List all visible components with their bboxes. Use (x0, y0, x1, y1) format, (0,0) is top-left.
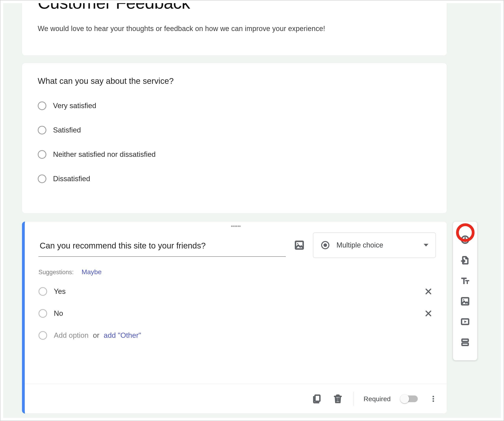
svg-point-8 (463, 299, 464, 300)
add-image-button[interactable] (459, 295, 471, 307)
add-option-button[interactable]: Add option (54, 331, 89, 339)
trash-icon (333, 394, 343, 404)
image-icon (294, 240, 305, 250)
add-video-button[interactable] (459, 316, 471, 328)
option-label: Very satisfied (53, 102, 96, 110)
add-title-button[interactable] (459, 275, 471, 287)
floating-toolbar (453, 222, 477, 360)
option-label: Satisfied (53, 126, 81, 134)
or-separator: or (93, 331, 99, 339)
option-row: Very satisfied (38, 101, 431, 110)
text-icon (460, 276, 470, 285)
radio-icon (38, 331, 47, 340)
radio-icon (38, 126, 46, 134)
option-row: No (38, 309, 436, 318)
image-icon (460, 296, 470, 306)
option-row: Yes (38, 287, 436, 296)
divider (353, 392, 354, 406)
svg-point-5 (432, 400, 434, 402)
add-section-button[interactable] (459, 336, 471, 348)
toggle-knob (400, 394, 409, 403)
question-title: What can you say about the service? (38, 76, 431, 86)
required-toggle[interactable] (401, 396, 418, 402)
close-icon (425, 309, 432, 317)
question-title-text: Can you recommend this site to your frie… (40, 241, 286, 250)
question-title-input[interactable]: Can you recommend this site to your frie… (38, 234, 286, 257)
add-other-button[interactable]: add "Other" (104, 331, 141, 339)
required-label: Required (364, 395, 391, 403)
radio-filled-icon (321, 241, 329, 249)
form-title[interactable]: Customer Feedback (38, 3, 431, 12)
question-card-1[interactable]: What can you say about the service? Very… (22, 63, 447, 213)
plus-circle-icon (460, 235, 470, 244)
suggestions-label: Suggestions: (38, 269, 74, 276)
section-icon (460, 338, 470, 347)
radio-icon (38, 150, 46, 159)
more-vertical-icon (429, 395, 437, 403)
more-options-button[interactable] (428, 393, 439, 404)
question-card-2-active[interactable]: Can you recommend this site to your frie… (22, 222, 447, 414)
duplicate-question-button[interactable] (311, 393, 322, 404)
import-questions-button[interactable] (459, 254, 471, 266)
radio-icon (38, 101, 46, 110)
option-label: Dissatisfied (53, 175, 90, 183)
radio-icon (38, 287, 47, 296)
chevron-down-icon (424, 244, 428, 247)
screenshot-frame: Customer Feedback We would love to hear … (0, 0, 504, 421)
option-label: Neither satisfied nor dissatisfied (53, 150, 156, 159)
form-canvas: Customer Feedback We would love to hear … (3, 3, 501, 418)
option-input[interactable]: No (54, 309, 417, 318)
import-file-icon (460, 255, 470, 265)
drag-handle-icon[interactable] (231, 225, 241, 227)
option-row: Neither satisfied nor dissatisfied (38, 150, 431, 159)
suggestion-chip[interactable]: Maybe (82, 268, 102, 276)
option-row: Dissatisfied (38, 174, 431, 183)
svg-rect-2 (315, 395, 320, 401)
question-footer: Required (25, 384, 447, 414)
delete-question-button[interactable] (332, 393, 343, 404)
svg-rect-11 (462, 343, 468, 345)
question-type-dropdown[interactable]: Multiple choice (313, 232, 436, 258)
svg-point-1 (297, 243, 298, 244)
svg-rect-10 (462, 339, 468, 342)
video-icon (460, 317, 470, 326)
remove-option-button[interactable] (424, 309, 433, 318)
radio-icon (38, 174, 46, 183)
svg-point-4 (432, 398, 434, 400)
add-image-to-question-button[interactable] (294, 239, 305, 251)
form-header-card[interactable]: Customer Feedback We would love to hear … (22, 3, 447, 56)
add-question-button[interactable] (459, 234, 471, 246)
close-icon (425, 288, 432, 295)
remove-option-button[interactable] (424, 287, 433, 296)
copy-icon (312, 394, 322, 404)
radio-icon (38, 309, 47, 318)
svg-point-3 (432, 396, 434, 397)
option-input[interactable]: Yes (54, 287, 417, 296)
question-type-label: Multiple choice (336, 241, 383, 249)
form-description[interactable]: We would love to hear your thoughts or f… (38, 24, 431, 33)
add-option-row: Add option or add "Other" (38, 331, 436, 340)
option-row: Satisfied (38, 126, 431, 134)
